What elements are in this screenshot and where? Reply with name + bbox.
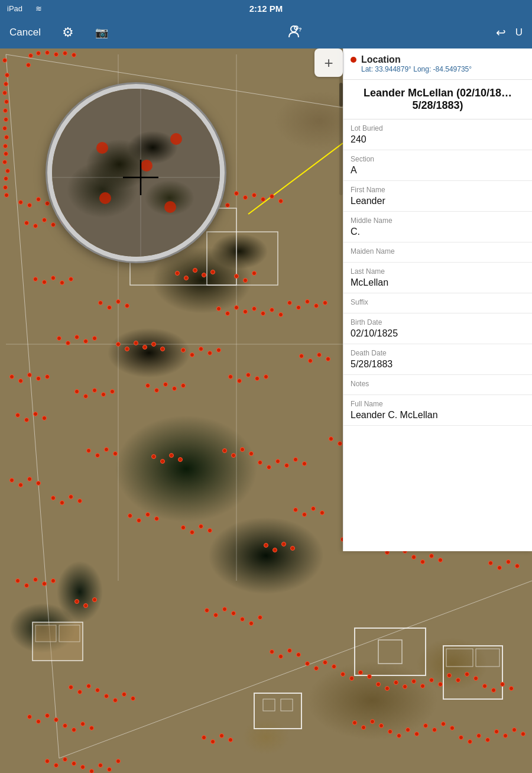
grave-dot xyxy=(485,738,490,742)
grave-dot xyxy=(3,144,8,148)
info-panel[interactable]: Location Lat: 33.944879° Long: -84.54973… xyxy=(343,48,532,551)
grave-dot xyxy=(181,383,186,388)
info-field: First NameLeander xyxy=(343,181,532,212)
plus-icon: + xyxy=(324,55,333,70)
grave-dot xyxy=(267,465,271,470)
info-field: SectionA xyxy=(343,150,532,181)
grave-dot xyxy=(98,300,103,305)
grave-dot xyxy=(323,660,327,665)
grave-dot xyxy=(317,352,322,357)
grave-dot xyxy=(329,436,333,441)
grave-dot xyxy=(320,510,325,515)
grave-dot xyxy=(92,597,97,602)
info-field: Full NameLeander C. McLellan xyxy=(343,395,532,426)
grave-dot xyxy=(2,90,7,95)
grave-dot xyxy=(488,561,493,565)
grave-dot xyxy=(338,441,342,446)
info-field: Middle NameC. xyxy=(343,212,532,242)
toolbar: Cancel ⚙ 📷 ? ↩ U xyxy=(0,17,532,48)
info-field: Notes xyxy=(343,375,532,395)
grave-dot xyxy=(278,654,283,659)
grave-dot xyxy=(51,496,56,500)
grave-dot xyxy=(190,530,194,535)
field-label: Notes xyxy=(351,380,525,388)
grave-dot xyxy=(92,336,97,341)
field-value: Leander C. McLellan xyxy=(351,410,525,421)
grave-dot xyxy=(5,73,9,77)
grave-dot xyxy=(80,722,85,726)
grave-dot xyxy=(275,459,280,464)
location-coordinates: Lat: 33.944879° Long: -84.549735° xyxy=(361,65,472,73)
update-button[interactable]: U xyxy=(515,27,523,38)
grave-dot xyxy=(15,413,20,418)
grave-dot xyxy=(154,388,159,393)
grave-dot xyxy=(423,723,428,728)
grave-dot xyxy=(2,58,7,63)
grave-dot xyxy=(394,680,398,685)
grave-dot xyxy=(98,763,103,768)
grave-dot xyxy=(205,608,209,613)
grave-dot xyxy=(27,373,32,377)
map-area[interactable]: + Location Lat: 33.944879° Long: -84.549… xyxy=(0,48,532,773)
grave-dot xyxy=(332,664,336,669)
grave-dot xyxy=(72,53,76,57)
field-value: McLellan xyxy=(351,277,525,288)
grave-dot xyxy=(210,739,215,744)
grave-dot xyxy=(358,670,363,675)
grave-dot xyxy=(397,733,401,738)
grave-dot xyxy=(86,684,91,688)
gear-icon[interactable]: ⚙ xyxy=(62,25,74,40)
grave-dot xyxy=(27,714,32,719)
back-button[interactable]: ↩ xyxy=(496,25,506,40)
grave-dot xyxy=(243,195,248,200)
plus-button[interactable]: + xyxy=(314,48,343,77)
grave-dot xyxy=(411,555,416,559)
person-question-button[interactable]: ? xyxy=(288,24,304,41)
grave-dot xyxy=(57,336,61,341)
grave-dot xyxy=(69,277,73,282)
grave-dot xyxy=(219,733,224,738)
field-value: Leander xyxy=(351,196,525,206)
grave-dot xyxy=(246,373,251,377)
grave-dot xyxy=(95,688,100,693)
grave-dot xyxy=(104,694,109,698)
cancel-button[interactable]: Cancel xyxy=(9,27,41,38)
grave-dot xyxy=(494,729,499,734)
grave-dot xyxy=(101,392,106,397)
grave-dot xyxy=(515,564,520,568)
location-header: Location Lat: 33.944879° Long: -84.54973… xyxy=(343,48,532,80)
grave-dot xyxy=(154,516,159,521)
grave-dot xyxy=(4,117,8,122)
grave-dot xyxy=(379,723,384,728)
grave-dot xyxy=(77,690,82,694)
field-value: C. xyxy=(351,227,525,237)
grave-dot xyxy=(352,720,357,725)
person-icon: ? xyxy=(288,24,304,41)
field-value: 02/10/1825 xyxy=(351,328,525,339)
grave-dot xyxy=(83,394,88,399)
grave-dot xyxy=(116,342,121,347)
grave-dot xyxy=(172,386,177,391)
grave-dot xyxy=(234,191,239,196)
grave-dot xyxy=(243,309,248,314)
grave-dot xyxy=(54,52,59,57)
grave-dot xyxy=(193,268,197,273)
grave-dot xyxy=(24,418,29,422)
grave-dot xyxy=(403,684,407,689)
info-field: Lot Buried240 xyxy=(343,119,532,150)
grave-dot xyxy=(18,200,23,205)
grave-dot xyxy=(202,273,206,277)
camera-icon[interactable]: 📷 xyxy=(95,26,108,39)
grave-dot xyxy=(74,389,79,394)
grave-dot xyxy=(258,615,262,620)
grave-dot xyxy=(225,203,230,208)
grave-dot xyxy=(284,463,289,468)
grave-dot xyxy=(36,51,41,56)
grave-dot xyxy=(500,682,505,687)
grave-dot xyxy=(222,607,227,612)
grave-dot xyxy=(4,193,9,198)
grave-dot xyxy=(287,300,292,305)
grave-dot xyxy=(406,727,410,732)
grave-dot xyxy=(42,581,47,586)
info-field: Maiden Name xyxy=(343,242,532,263)
